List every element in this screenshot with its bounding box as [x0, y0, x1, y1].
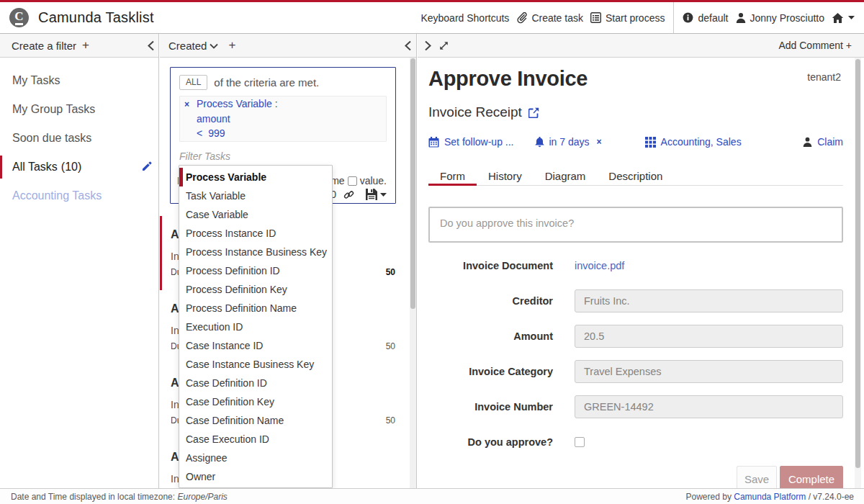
- dropdown-item[interactable]: Case Instance ID: [179, 336, 332, 355]
- create-task-link[interactable]: Create task: [513, 12, 587, 24]
- due-date-action[interactable]: in 7 days: [535, 136, 590, 148]
- dropdown-item[interactable]: Case Definition Name: [179, 411, 332, 430]
- sort-by-created[interactable]: Created: [168, 40, 207, 52]
- form-buttons: Save Complete: [428, 466, 843, 488]
- criterion-operator[interactable]: <: [197, 127, 202, 139]
- dropdown-item[interactable]: Process Definition Name: [179, 299, 332, 318]
- dropdown-item[interactable]: Case Instance Business Key: [179, 355, 332, 374]
- filter-tasks-input[interactable]: Filter Tasks: [179, 150, 387, 162]
- match-mode-all-button[interactable]: ALL: [179, 75, 207, 90]
- sort-direction-chevron-down-icon[interactable]: [210, 43, 218, 49]
- add-sorting-plus-button[interactable]: +: [228, 38, 235, 53]
- task-list-header: Created +: [160, 34, 416, 58]
- approve-comment-textarea[interactable]: Do you approve this invoice?: [428, 207, 843, 243]
- collapse-detail-chevron-right-icon[interactable]: [424, 40, 432, 51]
- app-title: Camunda Tasklist: [38, 9, 154, 26]
- collapse-sidebar-chevron-left-icon[interactable]: [147, 40, 155, 51]
- tab-description[interactable]: Description: [597, 165, 674, 186]
- detail-scrollbar-thumb[interactable]: [855, 59, 860, 468]
- start-process-link[interactable]: Start process: [587, 12, 668, 24]
- dropdown-item[interactable]: Assignee: [179, 449, 332, 467]
- tenant-badge: tenant2: [807, 71, 841, 83]
- groups-action[interactable]: Accounting, Sales: [645, 136, 742, 148]
- footer: Date and Time displayed in local timezon…: [0, 488, 864, 504]
- criterion-name[interactable]: amount: [197, 113, 230, 125]
- save-filter-floppy-icon[interactable]: [366, 189, 377, 200]
- camunda-platform-link[interactable]: Camunda Platform: [734, 492, 806, 502]
- task-action-row: Set follow-up ... in 7 days × Accounting…: [428, 136, 843, 148]
- ignore-case-value-checkbox[interactable]: [348, 176, 357, 186]
- remove-criterion-icon[interactable]: ×: [184, 96, 197, 112]
- filter-item-my-tasks[interactable]: My Tasks: [0, 66, 158, 95]
- dropdown-item[interactable]: Process Instance ID: [179, 224, 332, 243]
- invoice-category-input[interactable]: Travel Expenses: [575, 360, 843, 383]
- filters-sidebar-header: Create a filter +: [0, 34, 158, 58]
- filter-item-my-group-tasks[interactable]: My Group Tasks: [0, 95, 158, 124]
- add-comment-button[interactable]: Add Comment +: [778, 40, 855, 51]
- dropdown-item[interactable]: Task Variable: [179, 186, 332, 205]
- save-filter-caret-icon[interactable]: [380, 193, 387, 197]
- powered-by: Powered by Camunda Platform / v7.24.0-ee: [686, 492, 854, 502]
- task-item-priority: 50: [386, 267, 395, 277]
- form-row-invoice-number: Invoice Number GREEN-14492: [428, 395, 843, 418]
- timezone-note: Date and Time displayed in local timezon…: [11, 492, 228, 502]
- detail-scrollbar[interactable]: [855, 58, 861, 488]
- invoice-number-input[interactable]: GREEN-14492: [575, 395, 843, 418]
- filter-item-accounting-tasks[interactable]: Accounting Tasks: [0, 181, 158, 210]
- engine-selector[interactable]: default: [679, 12, 732, 24]
- dropdown-item[interactable]: Case Execution ID: [179, 430, 332, 449]
- form-row-amount: Amount 20.5: [428, 325, 843, 348]
- form-row-approve: Do you approve?: [428, 431, 843, 454]
- criterion-value[interactable]: 999: [208, 127, 225, 139]
- info-icon: [683, 12, 693, 23]
- amount-input[interactable]: 20.5: [575, 325, 843, 348]
- expand-detail-icon[interactable]: [438, 40, 449, 51]
- task-list-scrollbar[interactable]: [410, 58, 416, 488]
- create-filter-label[interactable]: Create a filter: [12, 40, 76, 52]
- grid-icon: [645, 137, 656, 148]
- criterion-type[interactable]: Process Variable: [197, 98, 272, 109]
- dropdown-item[interactable]: Owner: [179, 467, 332, 486]
- form-row-invoice-category: Invoice Category Travel Expenses: [428, 360, 843, 383]
- keyboard-shortcuts-link[interactable]: Keyboard Shortcuts: [417, 12, 513, 24]
- criteria-match-row: ALL of the criteria are met.: [179, 75, 387, 90]
- camunda-tasklist-app: C Camunda Tasklist Keyboard Shortcuts Cr…: [0, 0, 864, 504]
- invoice-pdf-link[interactable]: invoice.pdf: [575, 260, 624, 271]
- caret-down-icon: [848, 16, 855, 19]
- copy-link-icon[interactable]: [343, 189, 354, 200]
- search-type-dropdown: Process VariableTask VariableCase Variab…: [179, 165, 333, 488]
- create-filter-plus-button[interactable]: +: [82, 38, 89, 53]
- complete-button[interactable]: Complete: [780, 466, 843, 488]
- task-item-priority: 50: [386, 415, 395, 426]
- tab-form[interactable]: Form: [428, 165, 477, 186]
- top-nav-links: Keyboard Shortcuts Create task Start pro…: [417, 2, 864, 33]
- task-title: Approve Invoice: [428, 67, 588, 91]
- dropdown-item[interactable]: Process Definition Key: [179, 280, 332, 299]
- creditor-input[interactable]: Fruits Inc.: [575, 289, 843, 312]
- dropdown-item[interactable]: Process Definition ID: [179, 261, 332, 280]
- approve-checkbox[interactable]: [575, 437, 585, 447]
- task-list-scrollbar-thumb[interactable]: [410, 58, 415, 309]
- dropdown-item[interactable]: Process Instance Business Key: [179, 243, 332, 261]
- claim-user-icon: [803, 137, 812, 147]
- dropdown-item[interactable]: Execution ID: [179, 318, 332, 336]
- dropdown-item[interactable]: Case Variable: [179, 205, 332, 224]
- claim-action[interactable]: Claim: [803, 136, 843, 148]
- dropdown-item[interactable]: Process Variable: [179, 168, 332, 186]
- set-followup-action[interactable]: Set follow-up ...: [428, 136, 514, 148]
- search-criterion-chip: × Process Variable: amount <999: [179, 96, 387, 142]
- external-link-icon[interactable]: [528, 107, 539, 118]
- user-menu[interactable]: Jonny Prosciutto: [732, 12, 829, 24]
- collapse-task-list-chevron-left-icon[interactable]: [404, 40, 412, 51]
- tab-diagram[interactable]: Diagram: [534, 165, 598, 186]
- dropdown-item[interactable]: Case Definition ID: [179, 374, 332, 392]
- save-button[interactable]: Save: [737, 466, 777, 488]
- dropdown-item[interactable]: Case Definition Key: [179, 392, 332, 411]
- filter-item-all-tasks[interactable]: All Tasks (10): [0, 153, 158, 181]
- filter-item-soon-due-tasks[interactable]: Soon due tasks: [0, 124, 158, 153]
- calendar-icon: [428, 137, 439, 148]
- edit-filter-pencil-icon[interactable]: [143, 161, 152, 171]
- remove-due-date-icon[interactable]: ×: [597, 137, 602, 147]
- tab-history[interactable]: History: [477, 165, 534, 186]
- home-menu[interactable]: [828, 12, 858, 24]
